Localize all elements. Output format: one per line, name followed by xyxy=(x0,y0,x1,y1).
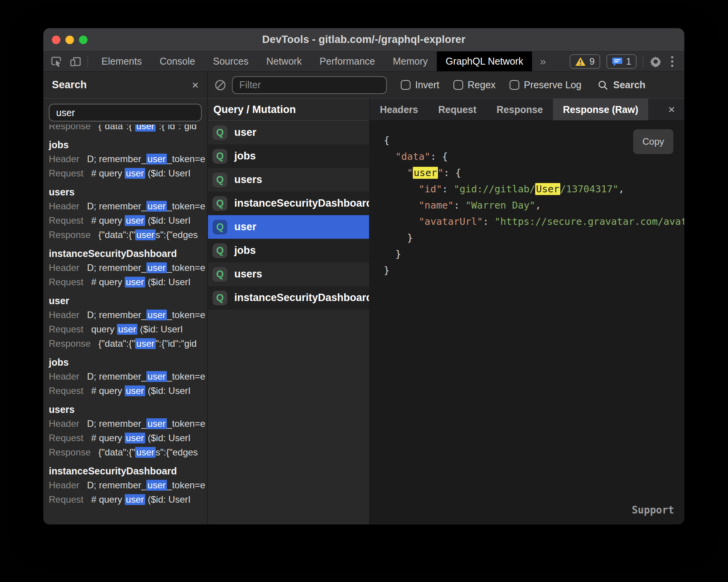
tab-network[interactable]: Network xyxy=(258,51,311,71)
search-result-label: Response xyxy=(49,338,91,349)
tab-sources[interactable]: Sources xyxy=(204,51,258,71)
query-list-item-instancesecuritydashboard[interactable]: QinstanceSecurityDashboard xyxy=(208,286,369,310)
clear-log-icon[interactable] xyxy=(214,79,227,91)
match-highlight: user xyxy=(125,385,145,396)
search-result-label: Response xyxy=(49,125,91,132)
search-input[interactable] xyxy=(49,104,202,122)
query-list-item-user[interactable]: Quser xyxy=(208,121,369,144)
search-result-row[interactable]: Request# query user ($id: UserI xyxy=(49,431,207,445)
more-options-icon[interactable] xyxy=(668,56,676,67)
query-type-badge: Q xyxy=(213,220,227,235)
search-icon xyxy=(597,79,609,91)
detail-tab-response[interactable]: Response xyxy=(486,99,553,120)
search-result-label: Request xyxy=(49,433,83,443)
devtools-tabbar: ElementsConsoleSourcesNetworkPerformance… xyxy=(43,51,684,72)
toolbar-search-label: Search xyxy=(613,79,646,91)
json-line: "user": { xyxy=(384,165,684,181)
search-result-group-title: jobs xyxy=(49,357,207,368)
device-toolbar-icon[interactable] xyxy=(69,55,82,68)
query-list-item-user[interactable]: Quser xyxy=(208,215,369,239)
checkbox-invert[interactable]: Invert xyxy=(401,79,440,91)
match-highlight: user xyxy=(125,494,145,505)
search-result-row[interactable]: Requestquery user ($id: UserI xyxy=(49,322,207,336)
tab-console[interactable]: Console xyxy=(151,51,204,71)
search-result-content: D; remember_user_token=e xyxy=(87,310,205,320)
query-list-item-users[interactable]: Qusers xyxy=(208,262,369,286)
query-type-badge: Q xyxy=(213,125,227,140)
json-line: "name": "Warren Day", xyxy=(384,197,684,214)
warning-count: 9 xyxy=(589,56,594,67)
query-list-item-instancesecuritydashboard[interactable]: QinstanceSecurityDashboard xyxy=(208,192,369,215)
query-list-item-jobs[interactable]: Qjobs xyxy=(208,239,369,262)
search-result-content: D; remember_user_token=e xyxy=(87,154,205,164)
search-panel: Search × Response{"data":{"user":{"id":"… xyxy=(43,72,208,524)
query-list-label: instanceSecurityDashboard xyxy=(234,197,369,209)
json-line: "avatarUrl": "https://secure.gravatar.co… xyxy=(384,214,684,230)
inspect-element-icon[interactable] xyxy=(50,55,63,68)
search-result-row[interactable]: HeaderD; remember_user_token=e xyxy=(49,152,207,166)
checkbox-box-invert[interactable] xyxy=(401,80,410,90)
detail-tab-headers[interactable]: Headers xyxy=(370,99,428,120)
query-type-badge: Q xyxy=(213,291,227,305)
query-list-item-jobs[interactable]: Qjobs xyxy=(208,144,369,168)
query-list-label: jobs xyxy=(234,150,256,162)
search-result-row[interactable]: Request# query user ($id: UserI xyxy=(49,213,207,228)
search-result-row[interactable]: Response{"data":{"users":{"edges xyxy=(49,445,207,459)
checkbox-box-preserve-log[interactable] xyxy=(510,80,519,90)
search-result-row[interactable]: Request# query user ($id: UserI xyxy=(49,275,207,289)
tab-memory[interactable]: Memory xyxy=(384,51,436,71)
filter-input[interactable] xyxy=(232,76,387,94)
search-result-row[interactable]: HeaderD; remember_user_token=e xyxy=(49,308,207,322)
detail-tab-request[interactable]: Request xyxy=(428,99,487,120)
search-result-row[interactable]: Response{"data":{"user":{"id":"gid xyxy=(49,336,207,351)
tab-performance[interactable]: Performance xyxy=(311,51,384,71)
search-result-content: # query user ($id: UserI xyxy=(91,433,191,443)
match-highlight: user xyxy=(135,229,156,240)
tab-elements[interactable]: Elements xyxy=(93,51,151,71)
checkbox-box-regex[interactable] xyxy=(453,80,463,90)
search-result-row[interactable]: Request# query user ($id: UserI xyxy=(49,383,207,398)
search-close-icon[interactable]: × xyxy=(192,79,199,91)
search-result-content: D; remember_user_token=e xyxy=(87,418,205,429)
search-result-row[interactable]: Request# query user ($id: UserI xyxy=(49,166,207,180)
search-result-row[interactable]: Response{"data":{"user":{"id":"gid xyxy=(49,125,207,133)
detail-tab-response-raw[interactable]: Response (Raw) xyxy=(553,99,648,120)
toolbar-search-button[interactable]: Search xyxy=(597,79,646,91)
query-list-label: user xyxy=(234,221,256,233)
match-highlight: user xyxy=(135,338,156,349)
search-result-row[interactable]: HeaderD; remember_user_token=e xyxy=(49,369,207,383)
search-result-group-title: users xyxy=(49,404,207,415)
more-tabs-button[interactable]: » xyxy=(532,51,554,71)
search-result-row[interactable]: HeaderD; remember_user_token=e xyxy=(49,260,207,275)
copy-button[interactable]: Copy xyxy=(633,129,673,154)
support-link[interactable]: Support xyxy=(632,502,674,518)
search-result-row[interactable]: HeaderD; remember_user_token=e xyxy=(49,416,207,431)
query-type-badge: Q xyxy=(213,243,227,258)
checkbox-regex[interactable]: Regex xyxy=(453,79,496,91)
search-result-content: query user ($id: UserI xyxy=(91,324,183,335)
match-highlight: user xyxy=(146,310,167,320)
settings-gear-icon[interactable] xyxy=(649,55,662,68)
search-result-row[interactable]: HeaderD; remember_user_token=e xyxy=(49,478,207,492)
search-result-group-title: user xyxy=(49,295,207,306)
console-warnings-button[interactable]: 9 xyxy=(570,54,600,69)
search-result-content: D; remember_user_token=e xyxy=(87,371,205,382)
search-result-label: Request xyxy=(49,324,83,335)
panel-tabs: ElementsConsoleSourcesNetworkPerformance… xyxy=(93,51,532,71)
issues-button[interactable]: 1 xyxy=(606,54,637,69)
tab-graphql-network[interactable]: GraphQL Network xyxy=(437,51,532,71)
search-result-group-title: instanceSecurityDashboard xyxy=(49,466,207,477)
search-result-row[interactable]: Response{"data":{"users":{"edges xyxy=(49,228,207,242)
detail-close-icon[interactable]: × xyxy=(668,99,684,120)
search-result-label: Request xyxy=(49,494,83,505)
search-result-row[interactable]: Request# query user ($id: UserI xyxy=(49,492,207,507)
checkbox-label-invert: Invert xyxy=(415,79,440,91)
match-highlight: user xyxy=(117,324,137,335)
query-list-item-users[interactable]: Qusers xyxy=(208,168,369,192)
search-result-row[interactable]: HeaderD; remember_user_token=e xyxy=(49,199,207,213)
search-panel-title: Search xyxy=(52,79,87,91)
search-result-content: {"data":{"user":{"id":"gid xyxy=(98,338,197,349)
query-list-label: jobs xyxy=(234,245,256,257)
checkbox-preserve-log[interactable]: Preserve Log xyxy=(510,79,582,91)
search-result-label: Request xyxy=(49,277,83,288)
